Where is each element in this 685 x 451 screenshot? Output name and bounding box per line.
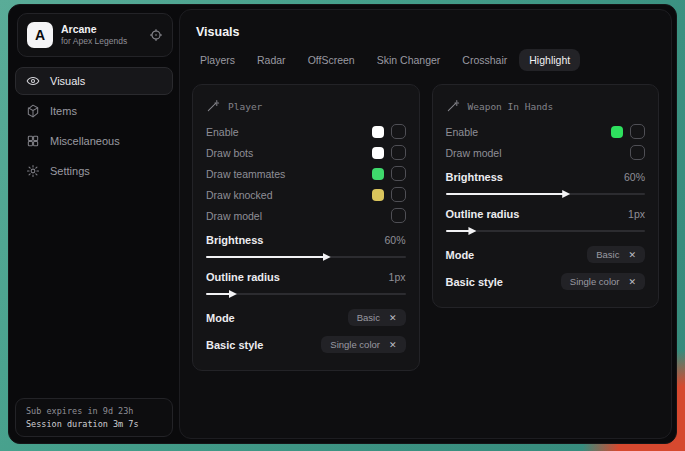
select-label: Mode bbox=[206, 312, 235, 324]
toggle-label: Enable bbox=[206, 126, 239, 138]
tab-crosshair[interactable]: Crosshair bbox=[452, 49, 517, 71]
tab-bar: PlayersRadarOffScreenSkin ChangerCrossha… bbox=[180, 49, 671, 71]
slider-value: 1px bbox=[389, 271, 406, 283]
checkbox[interactable] bbox=[391, 124, 406, 139]
toggle-label: Draw model bbox=[206, 210, 262, 222]
app-window: A Arcane for Apex Legends Category Aimbo… bbox=[8, 4, 677, 444]
select-row-basic-style: Basic styleSingle color✕ bbox=[206, 331, 406, 358]
slider-value: 1px bbox=[628, 208, 645, 220]
select-tag[interactable]: Single color✕ bbox=[321, 336, 405, 353]
tag-close-icon[interactable]: ✕ bbox=[628, 277, 636, 287]
app-name: Arcane bbox=[61, 23, 141, 36]
slider-track[interactable] bbox=[446, 193, 646, 195]
select-label: Mode bbox=[446, 249, 475, 261]
slider-brightness: Brightness60% bbox=[446, 167, 646, 195]
slider-outline-radius: Outline radius1px bbox=[206, 267, 406, 295]
checkbox[interactable] bbox=[391, 187, 406, 202]
sidebar-item-label: Settings bbox=[50, 165, 90, 177]
slider-knob[interactable] bbox=[468, 227, 476, 235]
toggle-label: Enable bbox=[446, 126, 479, 138]
tag-close-icon[interactable]: ✕ bbox=[389, 340, 397, 350]
color-swatch[interactable] bbox=[372, 189, 384, 201]
panel-title: Player bbox=[206, 95, 406, 117]
sidebar-item-label: Miscellaneous bbox=[50, 135, 120, 147]
slider-track[interactable] bbox=[446, 230, 646, 232]
slider-label: Brightness bbox=[446, 171, 503, 183]
tag-value: Single color bbox=[570, 276, 620, 287]
sidebar-item-label: Visuals bbox=[50, 75, 85, 87]
toggle-row-draw-knocked: Draw knocked bbox=[206, 184, 406, 205]
cube-icon bbox=[26, 104, 40, 118]
toggle-row-draw-teammates: Draw teammates bbox=[206, 163, 406, 184]
toggle-label: Draw bots bbox=[206, 147, 253, 159]
target-icon[interactable] bbox=[149, 28, 163, 42]
slider-track[interactable] bbox=[206, 256, 406, 258]
color-swatch[interactable] bbox=[372, 147, 384, 159]
toggle-label: Draw knocked bbox=[206, 189, 273, 201]
tag-value: Basic bbox=[596, 249, 619, 260]
app-subtitle: for Apex Legends bbox=[61, 36, 141, 47]
tab-players[interactable]: Players bbox=[190, 49, 245, 71]
slider-knob[interactable] bbox=[229, 290, 237, 298]
color-swatch[interactable] bbox=[372, 126, 384, 138]
sidebar-item-settings[interactable]: Settings bbox=[15, 157, 173, 185]
toggle-row-enable: Enable bbox=[446, 121, 646, 142]
tab-highlight[interactable]: Highlight bbox=[519, 49, 580, 71]
checkbox[interactable] bbox=[391, 208, 406, 223]
select-row-mode: ModeBasic✕ bbox=[446, 241, 646, 268]
checkbox[interactable] bbox=[630, 145, 645, 160]
tab-radar[interactable]: Radar bbox=[247, 49, 296, 71]
slider-brightness: Brightness60% bbox=[206, 230, 406, 258]
slider-track[interactable] bbox=[206, 293, 406, 295]
sidebar-item-miscellaneous[interactable]: Miscellaneous bbox=[15, 127, 173, 155]
grid-icon bbox=[26, 134, 40, 148]
sidebar-nav: AimbotVisualsItemsMiscellaneousSettings bbox=[9, 37, 179, 185]
select-label: Basic style bbox=[206, 339, 263, 351]
panels-container: PlayerEnableDraw botsDraw teammatesDraw … bbox=[180, 71, 671, 384]
slider-knob[interactable] bbox=[323, 253, 331, 261]
tag-value: Basic bbox=[357, 312, 380, 323]
checkbox[interactable] bbox=[391, 145, 406, 160]
select-row-basic-style: Basic styleSingle color✕ bbox=[446, 268, 646, 295]
sidebar: A Arcane for Apex Legends Category Aimbo… bbox=[9, 5, 179, 443]
panel-title: Weapon In Hands bbox=[446, 95, 646, 117]
select-tag[interactable]: Basic✕ bbox=[348, 309, 406, 326]
page-title: Visuals bbox=[180, 10, 671, 49]
panel-weapon-in-hands: Weapon In HandsEnableDraw modelBrightnes… bbox=[432, 84, 660, 308]
app-header-card: A Arcane for Apex Legends bbox=[17, 13, 173, 57]
select-tag[interactable]: Basic✕ bbox=[587, 246, 645, 263]
select-row-mode: ModeBasic✕ bbox=[206, 304, 406, 331]
wand-icon bbox=[206, 99, 220, 113]
toggle-label: Draw model bbox=[446, 147, 502, 159]
tab-offscreen[interactable]: OffScreen bbox=[298, 49, 365, 71]
tab-skin-changer[interactable]: Skin Changer bbox=[367, 49, 451, 71]
sidebar-item-items[interactable]: Items bbox=[15, 97, 173, 125]
sidebar-item-visuals[interactable]: Visuals bbox=[15, 67, 173, 95]
tag-close-icon[interactable]: ✕ bbox=[389, 313, 397, 323]
toggle-row-draw-bots: Draw bots bbox=[206, 142, 406, 163]
gear-icon bbox=[26, 164, 40, 178]
main-content: Visuals PlayersRadarOffScreenSkin Change… bbox=[179, 9, 672, 439]
checkbox[interactable] bbox=[391, 166, 406, 181]
select-tag[interactable]: Single color✕ bbox=[561, 273, 645, 290]
wand-icon bbox=[446, 99, 460, 113]
select-label: Basic style bbox=[446, 276, 503, 288]
slider-value: 60% bbox=[384, 234, 405, 246]
tag-value: Single color bbox=[330, 339, 380, 350]
toggle-label: Draw teammates bbox=[206, 168, 285, 180]
slider-label: Outline radius bbox=[206, 271, 280, 283]
subscription-status-card: Sub expires in 9d 23h Session duration 3… bbox=[15, 398, 173, 437]
session-duration-text: Session duration 3m 7s bbox=[26, 419, 162, 429]
slider-label: Brightness bbox=[206, 234, 263, 246]
color-swatch[interactable] bbox=[372, 168, 384, 180]
slider-value: 60% bbox=[624, 171, 645, 183]
toggle-row-draw-model: Draw model bbox=[206, 205, 406, 226]
tag-close-icon[interactable]: ✕ bbox=[628, 250, 636, 260]
sidebar-item-label: Items bbox=[50, 105, 77, 117]
panel-player: PlayerEnableDraw botsDraw teammatesDraw … bbox=[192, 84, 420, 371]
color-swatch[interactable] bbox=[611, 126, 623, 138]
slider-knob[interactable] bbox=[562, 190, 570, 198]
toggle-row-enable: Enable bbox=[206, 121, 406, 142]
app-logo: A bbox=[27, 22, 53, 48]
checkbox[interactable] bbox=[630, 124, 645, 139]
